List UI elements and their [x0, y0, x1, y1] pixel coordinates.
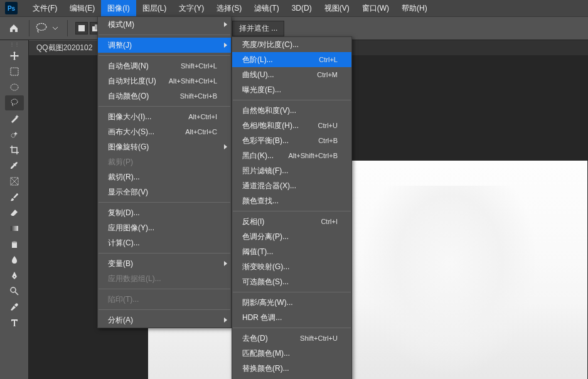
menu-item[interactable]: 色彩平衡(B)...Ctrl+B: [232, 133, 351, 148]
quick-selection-tool[interactable]: [5, 127, 24, 142]
menubar-item[interactable]: 编辑(E): [63, 0, 101, 16]
brush-tool[interactable]: [5, 190, 24, 205]
menu-item-label: 照片滤镜(F)...: [242, 166, 288, 176]
menu-item[interactable]: 自动颜色(O)Shift+Ctrl+B: [98, 88, 231, 104]
menu-item[interactable]: 色阶(L)...Ctrl+L: [232, 52, 351, 67]
menubar-item[interactable]: 文件(F): [26, 0, 63, 16]
menu-item[interactable]: 裁切(R)...: [98, 169, 231, 184]
menu-item-shortcut: Shift+Ctrl+L: [181, 62, 217, 70]
chevron-down-icon[interactable]: [52, 25, 58, 31]
menu-item[interactable]: 去色(D)Shift+Ctrl+U: [232, 331, 351, 346]
paint-bucket-tool[interactable]: [5, 237, 24, 252]
menu-item-label: 调整(J): [108, 40, 132, 51]
menu-item[interactable]: 应用图像(Y)...: [98, 220, 231, 235]
menu-separator: [233, 328, 351, 328]
menu-item-label: HDR 色调...: [242, 312, 282, 323]
menu-item[interactable]: 曝光度(E)...: [232, 82, 351, 97]
menu-item-label: 通道混合器(X)...: [242, 181, 296, 191]
menu-item[interactable]: 调整(J): [98, 38, 231, 53]
blur-tool[interactable]: [5, 252, 24, 267]
selection-new-button[interactable]: [75, 22, 88, 35]
menu-item[interactable]: 色相/饱和度(H)...Ctrl+U: [232, 118, 351, 133]
menubar-item[interactable]: 3D(D): [286, 0, 318, 16]
menu-item[interactable]: 照片滤镜(F)...: [232, 163, 351, 178]
app-logo: Ps: [5, 2, 18, 14]
menu-item[interactable]: 自然饱和度(V)...: [232, 103, 351, 118]
menu-item-label: 图像旋转(G): [108, 142, 149, 152]
menu-item[interactable]: 黑白(K)...Alt+Shift+Ctrl+B: [232, 148, 351, 163]
menubar-item[interactable]: 图层(L): [136, 0, 173, 16]
menubar-item[interactable]: 帮助(H): [395, 0, 434, 16]
menu-item[interactable]: 复制(D)...: [98, 205, 231, 220]
menu-item[interactable]: 可选颜色(S)...: [232, 274, 351, 289]
menu-separator: [99, 202, 230, 203]
clone-stamp-tool[interactable]: [5, 299, 24, 314]
menu-item-label: 阈值(T)...: [242, 247, 273, 257]
menu-item[interactable]: 自动对比度(U)Alt+Shift+Ctrl+L: [98, 73, 231, 88]
eyedropper-tool[interactable]: [5, 158, 24, 173]
select-and-mask-button[interactable]: 择并遮住 ...: [232, 21, 284, 36]
type-tool[interactable]: [5, 315, 24, 330]
menubar-item[interactable]: 窗口(W): [356, 0, 395, 16]
menubar-item[interactable]: 文字(Y): [173, 0, 210, 16]
menu-item[interactable]: 曲线(U)...Ctrl+M: [232, 67, 351, 82]
pen-tool[interactable]: [5, 268, 24, 283]
menu-item[interactable]: 模式(M): [98, 17, 231, 32]
menu-item-shortcut: Alt+Shift+Ctrl+B: [288, 152, 338, 159]
frame-tool[interactable]: [5, 174, 24, 189]
menu-item[interactable]: 变量(B): [98, 256, 231, 271]
magic-wand-tool[interactable]: [5, 111, 24, 126]
menubar-item[interactable]: 滤镜(T): [248, 0, 285, 16]
menubar-item[interactable]: 视图(V): [318, 0, 356, 16]
menu-item[interactable]: 颜色查找...: [232, 193, 351, 208]
crop-tool[interactable]: [5, 142, 24, 157]
toolbar-grip[interactable]: ⋮⋮: [0, 40, 28, 48]
menu-item[interactable]: 渐变映射(G)...: [232, 259, 351, 274]
menu-item[interactable]: 替换颜色(R)...: [232, 361, 351, 376]
lasso-tool[interactable]: [5, 95, 24, 110]
menu-item-label: 应用图像(Y)...: [108, 223, 154, 233]
menu-item[interactable]: 阈值(T)...: [232, 244, 351, 259]
svg-rect-14: [11, 226, 18, 231]
menu-item[interactable]: HDR 色调...: [232, 310, 351, 325]
menu-item[interactable]: 匹配颜色(M)...: [232, 346, 351, 361]
menu-item[interactable]: 色调分离(P)...: [232, 229, 351, 244]
menu-item-shortcut: Shift+Ctrl+B: [180, 92, 217, 100]
menu-item-shortcut: Ctrl+U: [318, 122, 338, 129]
menu-item[interactable]: 阴影/高光(W)...: [232, 295, 351, 310]
menu-item[interactable]: 通道混合器(X)...: [232, 178, 351, 193]
menu-item[interactable]: 图像旋转(G): [98, 139, 231, 154]
menubar-item[interactable]: 选择(S): [210, 0, 248, 16]
gradient-tool[interactable]: [5, 221, 24, 236]
menu-item[interactable]: 显示全部(V): [98, 184, 231, 200]
menu-item-label: 色相/饱和度(H)...: [242, 120, 299, 131]
menu-item-shortcut: Alt+Shift+Ctrl+L: [169, 77, 217, 85]
menu-separator: [99, 55, 230, 56]
ellipse-marquee-tool[interactable]: [5, 80, 24, 95]
menu-item-shortcut: Alt+Ctrl+C: [185, 128, 217, 136]
menu-item[interactable]: 亮度/对比度(C)...: [232, 37, 351, 52]
menu-item[interactable]: 计算(C)...: [98, 235, 231, 250]
menu-separator: [99, 35, 230, 35]
active-tool-icon[interactable]: [35, 21, 48, 35]
menu-item-label: 分析(A): [108, 315, 133, 326]
home-icon[interactable]: [9, 23, 19, 33]
menu-item[interactable]: 分析(A): [98, 312, 231, 328]
move-tool[interactable]: [5, 48, 24, 63]
document-tab[interactable]: QQ截图2020102: [29, 40, 100, 55]
separator: [29, 20, 29, 36]
menu-item[interactable]: 图像大小(I)...Alt+Ctrl+I: [98, 109, 231, 124]
marquee-tool[interactable]: [5, 64, 24, 79]
menu-item: 陷印(T)...: [98, 292, 231, 307]
menu-item-shortcut: Alt+Ctrl+I: [188, 113, 217, 120]
dodge-tool[interactable]: [5, 284, 24, 299]
menu-item-label: 色阶(L)...: [242, 55, 273, 65]
menu-item-label: 曲线(U)...: [242, 70, 274, 80]
menubar-item[interactable]: 图像(I): [101, 0, 136, 16]
eraser-tool[interactable]: [5, 205, 24, 220]
menu-item[interactable]: 色调均化(Q): [232, 376, 351, 379]
menu-item-label: 匹配颜色(M)...: [242, 348, 290, 359]
menu-item[interactable]: 自动色调(N)Shift+Ctrl+L: [98, 58, 231, 73]
menu-item[interactable]: 反相(I)Ctrl+I: [232, 214, 351, 229]
menu-item[interactable]: 画布大小(S)...Alt+Ctrl+C: [98, 124, 231, 139]
